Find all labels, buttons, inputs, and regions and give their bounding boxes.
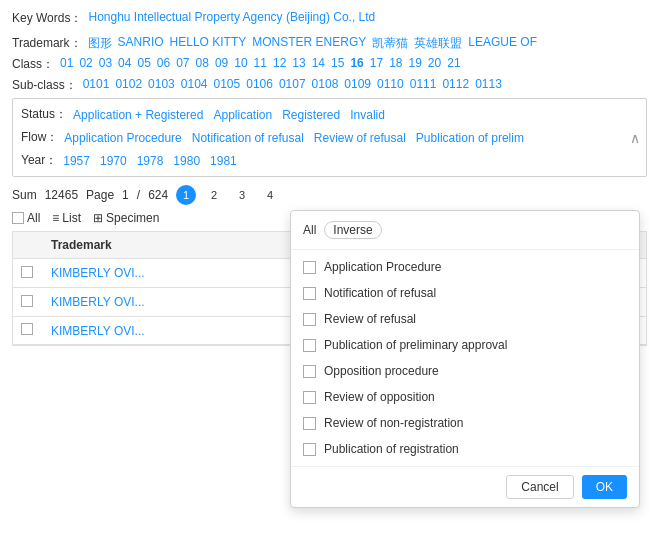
- flow-item[interactable]: Review of refusal: [314, 131, 406, 145]
- subclass-label: Sub-class：: [12, 77, 77, 94]
- class-item[interactable]: 14: [312, 56, 325, 70]
- dropdown-item[interactable]: Publication of registration: [291, 436, 639, 462]
- year-item[interactable]: 1978: [137, 154, 164, 168]
- item-checkbox: [303, 287, 316, 300]
- ok-button[interactable]: OK: [582, 475, 627, 499]
- cancel-button[interactable]: Cancel: [506, 475, 573, 499]
- class-item[interactable]: 02: [79, 56, 92, 70]
- flow-label: Flow：: [21, 129, 58, 146]
- item-label: Review of refusal: [324, 312, 416, 326]
- subclass-item[interactable]: 0106: [246, 77, 273, 91]
- class-item[interactable]: 06: [157, 56, 170, 70]
- list-label: List: [62, 211, 81, 225]
- year-item[interactable]: 1981: [210, 154, 237, 168]
- subclass-item[interactable]: 0104: [181, 77, 208, 91]
- subclass-item[interactable]: 0112: [442, 77, 469, 91]
- class-item[interactable]: 21: [447, 56, 460, 70]
- row-checkbox[interactable]: [13, 260, 43, 287]
- dropdown-item[interactable]: Notification of refusal: [291, 280, 639, 306]
- subclass-item[interactable]: 0111: [410, 77, 437, 91]
- subclass-item[interactable]: 0110: [377, 77, 404, 91]
- year-label: Year：: [21, 152, 57, 169]
- all-checkbox[interactable]: All: [12, 211, 40, 225]
- class-item[interactable]: 08: [196, 56, 209, 70]
- class-item[interactable]: 04: [118, 56, 131, 70]
- dropdown-item[interactable]: Review of opposition: [291, 384, 639, 410]
- item-label: Review of non-registration: [324, 416, 463, 430]
- dropdown-item[interactable]: Publication of preliminary approval: [291, 332, 639, 358]
- class-item[interactable]: 10: [234, 56, 247, 70]
- item-checkbox: [303, 313, 316, 326]
- year-item[interactable]: 1980: [173, 154, 200, 168]
- specimen-view-btn[interactable]: ⊞ Specimen: [93, 211, 159, 225]
- trademark-item[interactable]: SANRIO: [118, 35, 164, 52]
- row-checkbox[interactable]: [13, 289, 43, 316]
- class-item[interactable]: 12: [273, 56, 286, 70]
- class-item[interactable]: 09: [215, 56, 228, 70]
- class-item[interactable]: 15: [331, 56, 344, 70]
- list-view-btn[interactable]: ≡ List: [52, 211, 81, 225]
- class-item[interactable]: 01: [60, 56, 73, 70]
- subclass-item[interactable]: 0107: [279, 77, 306, 91]
- class-label: Class：: [12, 56, 54, 73]
- subclass-item[interactable]: 0105: [214, 77, 241, 91]
- subclass-item[interactable]: 0108: [312, 77, 339, 91]
- class-values: 01 02 03 04 05 06 07 08 09 10 11 12 13 1…: [60, 56, 461, 70]
- year-item[interactable]: 1970: [100, 154, 127, 168]
- trademark-item[interactable]: HELLO KITTY: [170, 35, 247, 52]
- page-btn-3[interactable]: 3: [232, 185, 252, 205]
- item-checkbox: [303, 365, 316, 378]
- subclass-item[interactable]: 0102: [115, 77, 142, 91]
- trademark-item[interactable]: 凯蒂猫: [372, 35, 408, 52]
- row-checkbox[interactable]: [13, 317, 43, 344]
- item-label: Notification of refusal: [324, 286, 436, 300]
- subclass-item[interactable]: 0101: [83, 77, 110, 91]
- class-item[interactable]: 16: [350, 56, 363, 70]
- flow-item[interactable]: Application Procedure: [64, 131, 181, 145]
- trademark-item[interactable]: 英雄联盟: [414, 35, 462, 52]
- status-item[interactable]: Application + Registered: [73, 108, 203, 122]
- th-checkbox: [13, 232, 43, 258]
- page-separator: /: [137, 188, 140, 202]
- page-btn-1[interactable]: 1: [176, 185, 196, 205]
- flow-item[interactable]: Publication of prelim: [416, 131, 524, 145]
- dropdown-item[interactable]: Application Procedure: [291, 254, 639, 280]
- subclass-item[interactable]: 0113: [475, 77, 502, 91]
- subclass-item[interactable]: 0103: [148, 77, 175, 91]
- class-item[interactable]: 05: [137, 56, 150, 70]
- trademark-item[interactable]: 图形: [88, 35, 112, 52]
- trademark-item[interactable]: LEAGUE OF: [468, 35, 537, 52]
- dropdown-header: All Inverse: [291, 211, 639, 250]
- class-item[interactable]: 19: [408, 56, 421, 70]
- specimen-icon: ⊞: [93, 211, 103, 225]
- status-label: Status：: [21, 106, 67, 123]
- page-btn-2[interactable]: 2: [204, 185, 224, 205]
- flow-values: Application Procedure Notification of re…: [64, 131, 638, 145]
- subclass-values: 0101 0102 0103 0104 0105 0106 0107 0108 …: [83, 77, 502, 91]
- dropdown-item[interactable]: Review of refusal: [291, 306, 639, 332]
- collapse-icon[interactable]: ∧: [630, 130, 640, 146]
- status-item[interactable]: Registered: [282, 108, 340, 122]
- class-item[interactable]: 07: [176, 56, 189, 70]
- class-item[interactable]: 11: [254, 56, 267, 70]
- status-item[interactable]: Application: [213, 108, 272, 122]
- page-btn-4[interactable]: 4: [260, 185, 280, 205]
- class-item[interactable]: 17: [370, 56, 383, 70]
- class-item[interactable]: 20: [428, 56, 441, 70]
- keywords-value: Honghu Intellectual Property Agency (Bei…: [88, 10, 375, 24]
- year-item[interactable]: 1957: [63, 154, 90, 168]
- class-item[interactable]: 03: [99, 56, 112, 70]
- class-item[interactable]: 18: [389, 56, 402, 70]
- subclass-item[interactable]: 0109: [344, 77, 371, 91]
- status-item[interactable]: Invalid: [350, 108, 385, 122]
- flow-item[interactable]: Notification of refusal: [192, 131, 304, 145]
- class-item[interactable]: 13: [292, 56, 305, 70]
- dropdown-item[interactable]: Opposition procedure: [291, 358, 639, 384]
- item-label: Publication of registration: [324, 442, 459, 456]
- dropdown-all-btn[interactable]: All: [303, 223, 316, 237]
- dropdown-inverse-btn[interactable]: Inverse: [324, 221, 381, 239]
- sum-row: Sum 12465 Page 1 / 624 1 2 3 4: [12, 185, 647, 205]
- keywords-label: Key Words：: [12, 10, 82, 27]
- trademark-item[interactable]: MONSTER ENERGY: [252, 35, 366, 52]
- dropdown-item[interactable]: Review of non-registration: [291, 410, 639, 436]
